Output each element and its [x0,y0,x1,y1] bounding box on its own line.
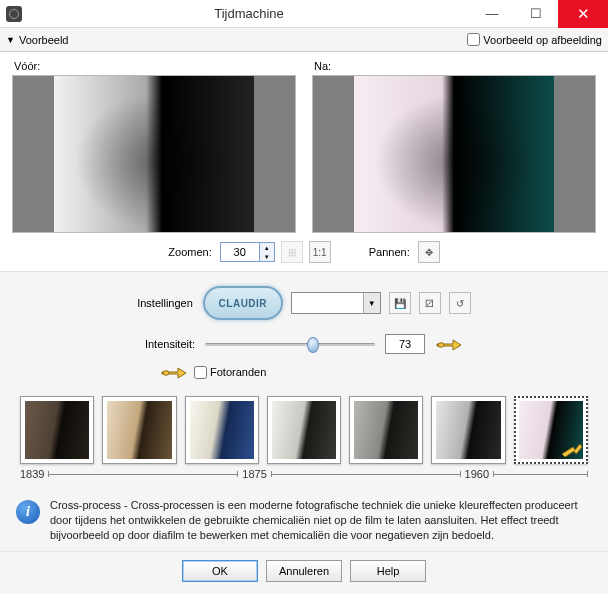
preset-badge: CLAUDIR [203,286,283,320]
year-end: 1960 [465,468,489,480]
year-mid: 1875 [242,468,266,480]
style-thumb-3[interactable] [185,396,259,464]
zoom-row: Zoomen: ▲ ▼ ⊞ 1:1 Pannen: ✥ [0,235,608,271]
photoborders-row: Fotoranden [0,358,608,390]
preview-on-image-checkbox[interactable] [467,33,480,46]
zoom-label: Zoomen: [168,246,211,258]
pointer-hand-icon [160,362,188,382]
intensity-value[interactable]: 73 [385,334,425,354]
style-thumb-7-selected[interactable] [514,396,588,464]
timeline: 1839 1875 1960 [0,464,608,490]
photoborders-label: Fotoranden [210,366,266,378]
one-to-one-button[interactable]: 1:1 [309,241,331,263]
intensity-slider[interactable] [205,334,375,354]
titlebar: Tijdmachine — ☐ ✕ [0,0,608,28]
style-thumb-6[interactable] [431,396,505,464]
info-text: Cross-process - Cross-processen is een m… [50,498,592,543]
svg-point-1 [163,371,169,375]
minimize-button[interactable]: — [470,0,514,28]
save-preset-button[interactable]: 💾 [389,292,411,314]
ok-button[interactable]: OK [182,560,258,582]
preset-combo[interactable]: ▼ [291,292,381,314]
year-start: 1839 [20,468,44,480]
maximize-button[interactable]: ☐ [514,0,558,28]
style-thumb-4[interactable] [267,396,341,464]
settings-label: Instellingen [137,297,193,309]
settings-row: Instellingen CLAUDIR ▼ 💾 ⚂ ↺ [0,272,608,326]
dialog-buttons: OK Annuleren Help [0,551,608,594]
before-label: Vóór: [14,60,296,72]
preview-on-image-check[interactable]: Voorbeeld op afbeelding [467,33,602,46]
preview-area: Vóór: Na: [0,52,608,235]
info-panel: i Cross-process - Cross-processen is een… [0,490,608,551]
zoom-spinner[interactable]: ▲ ▼ [220,242,275,262]
preview-toggle-label[interactable]: Voorbeeld [19,34,69,46]
zoom-down-icon[interactable]: ▼ [260,252,274,261]
info-icon: i [16,500,40,524]
app-icon [6,6,22,22]
collapse-icon[interactable]: ▼ [6,35,15,45]
intensity-label: Intensiteit: [145,338,195,350]
close-button[interactable]: ✕ [558,0,608,28]
pan-button[interactable]: ✥ [418,241,440,263]
photoborders-checkbox[interactable] [194,366,207,379]
style-thumb-2[interactable] [102,396,176,464]
photoborders-check[interactable]: Fotoranden [194,366,266,379]
pointer-hand-icon [435,334,463,354]
random-button[interactable]: ⚂ [419,292,441,314]
svg-point-0 [438,343,444,347]
style-thumb-5[interactable] [349,396,423,464]
zoom-input[interactable] [221,243,259,261]
window-title: Tijdmachine [28,6,470,21]
zoom-up-icon[interactable]: ▲ [260,243,274,252]
after-frame[interactable] [312,75,596,233]
preview-on-image-label: Voorbeeld op afbeelding [483,34,602,46]
help-button[interactable]: Help [350,560,426,582]
fit-window-button[interactable]: ⊞ [281,241,303,263]
reset-button[interactable]: ↺ [449,292,471,314]
dropdown-icon[interactable]: ▼ [363,293,380,313]
pointer-hand-icon [560,442,584,460]
slider-thumb[interactable] [307,337,319,353]
style-thumb-1[interactable] [20,396,94,464]
before-frame[interactable] [12,75,296,233]
after-label: Na: [314,60,596,72]
toolbar: ▼ Voorbeeld Voorbeeld op afbeelding [0,28,608,52]
cancel-button[interactable]: Annuleren [266,560,342,582]
intensity-row: Intensiteit: 73 [0,326,608,358]
pan-label: Pannen: [369,246,410,258]
thumbnail-strip [0,390,608,464]
